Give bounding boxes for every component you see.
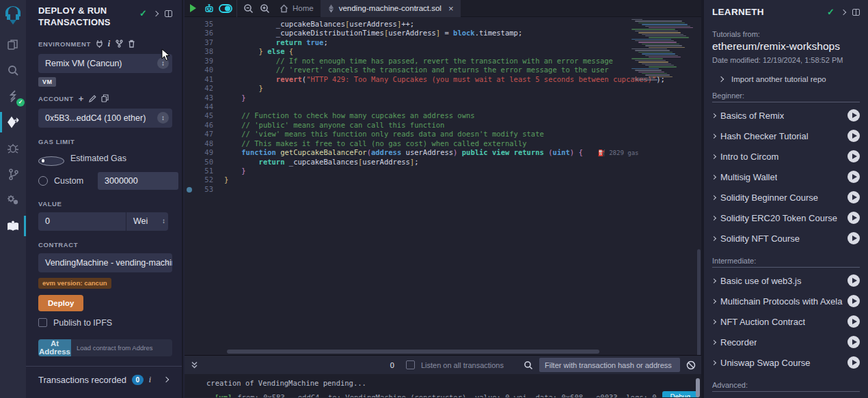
play-tutorial-button[interactable] — [847, 150, 860, 162]
code-line[interactable]: 47 // 'view' means this function only re… — [185, 130, 701, 139]
editor-minimap[interactable] — [630, 18, 688, 81]
gutter-glyph-margin[interactable] — [185, 167, 195, 175]
listen-all-checkbox[interactable] — [406, 360, 415, 369]
horizontal-scrollbar[interactable] — [227, 350, 599, 354]
code-line[interactable]: 37 return true; — [185, 38, 701, 47]
custom-gas-input[interactable] — [98, 172, 178, 190]
gutter-glyph-margin[interactable] — [185, 185, 195, 194]
gutter-glyph-margin[interactable] — [185, 139, 195, 148]
account-select[interactable]: 0x5B3...eddC4 (100 ether) ↕ — [38, 109, 172, 128]
deploy-run-icon[interactable] — [0, 113, 26, 131]
code-line[interactable]: 50 return _cupcakeBalances[userAddress]; — [185, 158, 701, 167]
tutorial-item[interactable]: Intro to Circom — [712, 146, 860, 167]
search-icon[interactable] — [0, 61, 26, 79]
play-tutorial-button[interactable] — [847, 130, 860, 142]
fork-state-icon[interactable] — [116, 40, 123, 48]
import-tutorial-repo[interactable]: Import another tutorial repo — [719, 75, 860, 83]
chevron-right-icon[interactable] — [153, 10, 159, 16]
deploy-button[interactable]: Deploy — [38, 295, 83, 311]
file-explorer-icon[interactable] — [0, 35, 26, 53]
tutorial-item[interactable]: Solidity Beginner Course — [712, 187, 860, 208]
transactions-recorded-row[interactable]: Transactions recorded 0 i — [38, 367, 172, 393]
tutorial-item[interactable]: Uniswap Swap Course — [712, 352, 860, 373]
gutter-glyph-margin[interactable] — [185, 57, 195, 66]
estimated-gas-radio[interactable] — [38, 156, 64, 166]
gutter-glyph-margin[interactable] — [185, 84, 195, 93]
code-line[interactable]: 42 } — [185, 84, 701, 93]
play-tutorial-button[interactable] — [847, 191, 860, 203]
learneth-book-icon[interactable] — [0, 217, 26, 235]
ai-assistant-icon[interactable] — [201, 0, 217, 17]
gutter-glyph-margin[interactable] — [185, 111, 195, 120]
environment-select[interactable]: Remix VM (Cancun) ↕ — [38, 54, 172, 73]
code-line[interactable]: 35 _cupcakeBalances[userAddress]++; — [185, 20, 701, 29]
play-tutorial-button[interactable] — [847, 295, 860, 307]
plug-icon[interactable] — [96, 40, 103, 48]
git-branch-icon[interactable] — [0, 165, 26, 183]
contract-select[interactable]: VendingMachine - vending-machin ↕ — [38, 253, 172, 272]
gutter-glyph-margin[interactable] — [185, 38, 195, 47]
play-tutorial-button[interactable] — [847, 356, 860, 369]
gutter-glyph-margin[interactable] — [185, 175, 195, 184]
code-line[interactable]: 49 function getCupcakeBalanceFor(address… — [185, 148, 701, 157]
code-line[interactable]: 52} — [185, 175, 701, 184]
remix-logo[interactable] — [0, 4, 26, 27]
run-script-icon[interactable] — [185, 0, 201, 17]
gutter-glyph-margin[interactable] — [185, 66, 195, 74]
gutter-glyph-margin[interactable] — [185, 130, 195, 139]
tutorial-item[interactable]: Solidity ERC20 Token Course — [712, 208, 860, 228]
copy-icon[interactable] — [101, 94, 109, 102]
terminal-filter-input[interactable] — [539, 358, 680, 372]
code-line[interactable]: 46 // 'public' means anyone can call thi… — [185, 121, 701, 130]
info-icon[interactable]: i — [108, 39, 111, 49]
code-line[interactable]: 51 } — [185, 167, 701, 175]
play-tutorial-button[interactable] — [847, 274, 860, 287]
info-icon[interactable]: i — [149, 375, 151, 385]
at-address-input[interactable] — [71, 339, 172, 356]
tutorial-item[interactable]: Recorder — [712, 332, 860, 352]
code-line[interactable]: 48 // This makes it free to call (no gas… — [185, 139, 701, 148]
code-line[interactable]: 38 } else { — [185, 47, 701, 56]
gutter-glyph-margin[interactable] — [185, 47, 195, 56]
code-line[interactable]: 39 // If not enough time has passed, rev… — [185, 57, 701, 66]
play-tutorial-button[interactable] — [847, 232, 860, 244]
value-input[interactable] — [38, 212, 126, 231]
pin-panel-icon[interactable] — [852, 9, 860, 16]
settings-gear-icon[interactable] — [0, 191, 26, 209]
tutorial-item[interactable]: All about Proxy Contracts — [712, 395, 860, 398]
chevron-right-icon[interactable] — [841, 9, 846, 14]
play-tutorial-button[interactable] — [847, 212, 860, 224]
code-line[interactable]: 53 — [185, 185, 701, 194]
tutorial-item[interactable]: Multisig Wallet — [712, 167, 860, 187]
debug-button[interactable]: Debug — [662, 391, 699, 397]
gutter-glyph-margin[interactable] — [185, 121, 195, 130]
code-line[interactable]: 41 revert("HTTP 429: Too Many Cupcakes (… — [185, 75, 701, 84]
pin-panel-icon[interactable] — [165, 10, 172, 17]
chevron-right-icon[interactable] — [163, 377, 169, 382]
ai-toggle-icon[interactable] — [217, 0, 234, 17]
play-tutorial-button[interactable] — [847, 315, 860, 328]
tab-home[interactable]: Home — [273, 0, 321, 17]
tab-file[interactable]: vending-machine-contract.sol × — [321, 0, 461, 17]
tutorial-item[interactable]: Hash Checker Tutorial — [712, 126, 860, 146]
vertical-scrollbar[interactable] — [697, 249, 701, 355]
gutter-glyph-margin[interactable] — [185, 75, 195, 84]
code-editor[interactable]: 35 _cupcakeBalances[userAddress]++;36 _c… — [185, 17, 701, 355]
play-tutorial-button[interactable] — [847, 336, 860, 348]
gutter-glyph-margin[interactable] — [185, 29, 195, 38]
code-line[interactable]: 40 // 'revert' cancels the transaction a… — [185, 66, 701, 74]
terminal-scrollbar[interactable] — [696, 378, 700, 397]
add-account-icon[interactable]: + — [79, 94, 84, 104]
tutorial-item[interactable]: Multichain Protocols with Axelar — [712, 291, 860, 311]
tutorial-item[interactable]: NFT Auction Contract — [712, 311, 860, 332]
tutorial-item[interactable]: Solidity NFT Course — [712, 228, 860, 248]
play-tutorial-button[interactable] — [847, 171, 860, 183]
gutter-glyph-margin[interactable] — [185, 148, 195, 157]
custom-gas-radio[interactable] — [38, 176, 48, 186]
play-tutorial-button[interactable] — [847, 109, 860, 122]
zoom-out-icon[interactable] — [240, 0, 256, 17]
code-line[interactable]: 45 // Function to check how many cupcake… — [185, 111, 701, 120]
code-line[interactable]: 44 — [185, 102, 701, 111]
close-tab-icon[interactable]: × — [448, 3, 454, 14]
search-icon[interactable] — [524, 360, 533, 370]
